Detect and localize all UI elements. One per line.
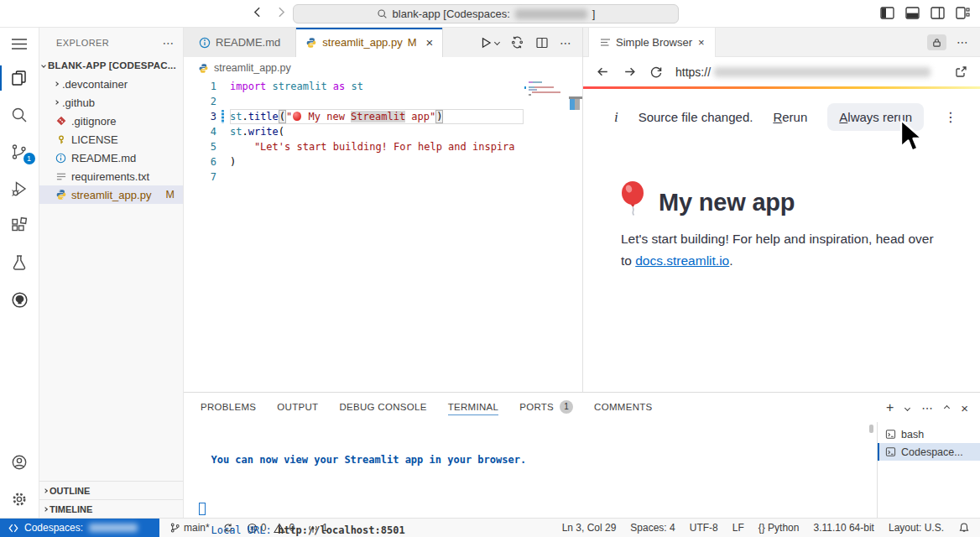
tree-item-gitignore[interactable]: .gitignore — [39, 112, 183, 130]
menu-icon[interactable] — [0, 28, 39, 60]
close-icon[interactable]: × — [426, 35, 434, 50]
explorer-more-icon[interactable]: ⋯ — [163, 36, 175, 50]
history-forward-icon[interactable] — [274, 5, 289, 19]
terminal-item-bash[interactable]: bash — [878, 425, 980, 443]
terminal-list: bash Codespace... — [877, 422, 980, 518]
timeline-section[interactable]: TIMELINE — [39, 499, 183, 518]
minimap[interactable] — [524, 79, 582, 392]
tree-item-license[interactable]: LICENSE — [39, 130, 183, 149]
search-icon — [377, 8, 388, 19]
search-text-suffix: ] — [592, 8, 596, 20]
browser-toolbar: https:// — [583, 57, 980, 86]
eol-item[interactable]: LF — [732, 522, 744, 534]
breadcrumb[interactable]: streamlit_app.py — [184, 57, 582, 79]
search-view-icon[interactable] — [0, 96, 39, 133]
streamlit-menu-icon[interactable]: ⋮ — [944, 109, 958, 125]
line-number: 5 — [184, 139, 216, 154]
chevron-down-icon[interactable] — [904, 404, 910, 410]
editor-group: README.md streamlit_app.py M × — [184, 28, 582, 392]
tab-debug-console[interactable]: DEBUG CONSOLE — [339, 393, 426, 420]
encoding-item[interactable]: UTF-8 — [690, 522, 718, 534]
customize-layout-icon[interactable] — [956, 7, 970, 19]
tab-readme[interactable]: README.md — [184, 28, 296, 57]
browser-reload-icon[interactable] — [649, 65, 663, 79]
toggle-panel-icon[interactable] — [905, 7, 920, 19]
chevron-up-icon[interactable] — [944, 404, 950, 410]
tab-terminal[interactable]: TERMINAL — [448, 393, 499, 420]
testing-flask-icon[interactable] — [0, 244, 39, 281]
run-debug-icon[interactable] — [0, 170, 39, 207]
tab-comments[interactable]: COMMENTS — [594, 393, 652, 420]
tree-item-streamlit-app[interactable]: streamlit_app.py M — [39, 185, 183, 204]
python-file-icon — [198, 63, 209, 74]
code-line[interactable]: 7 — [184, 169, 582, 185]
redacted-codespace-name — [89, 524, 138, 532]
explorer-icon[interactable] — [0, 60, 39, 96]
history-back-icon[interactable] — [250, 5, 264, 19]
new-terminal-icon[interactable]: + — [886, 400, 894, 415]
tree-item-github[interactable]: .github — [39, 93, 183, 112]
editor-more-icon[interactable]: ⋯ — [560, 36, 571, 50]
tree-item-requirements[interactable]: requirements.txt — [39, 167, 183, 185]
browser-back-icon[interactable] — [596, 65, 610, 79]
docs-streamlit-link[interactable]: docs.streamlit.io — [635, 253, 729, 268]
scm-changes-badge: 1 — [23, 153, 35, 164]
settings-gear-icon[interactable] — [0, 481, 39, 518]
code-line[interactable]: 5 "Let's start building! For help and in… — [184, 139, 582, 154]
code-line[interactable]: 2 — [184, 94, 582, 109]
code-line[interactable]: 6) — [184, 154, 582, 169]
code-line[interactable]: 3st.title(" My new Streamlit app") — [184, 109, 582, 124]
gutter-modified-marker — [216, 109, 230, 124]
tree-item-devcontainer[interactable]: .devcontainer — [39, 75, 183, 93]
open-external-icon[interactable] — [954, 65, 967, 79]
terminal-item-codespace[interactable]: Codespace... — [878, 443, 980, 461]
cursor-position-item[interactable]: Ln 3, Col 29 — [562, 522, 617, 534]
tab-simple-browser[interactable]: Simple Browser × — [588, 28, 716, 57]
remote-indicator[interactable]: Codespaces: — [0, 519, 159, 537]
run-python-file-button[interactable] — [479, 36, 499, 50]
panel-more-icon[interactable]: ⋯ — [921, 401, 933, 414]
tab-problems[interactable]: PROBLEMS — [201, 393, 256, 420]
line-number: 6 — [184, 154, 216, 169]
browser-more-icon[interactable]: ⋯ — [946, 35, 980, 49]
terminal-scrollbar[interactable] — [869, 425, 873, 433]
url-bar[interactable]: https:// — [675, 65, 930, 79]
app-heading: My new app — [621, 181, 795, 216]
code-line[interactable]: 1import streamlit as st — [184, 79, 582, 94]
browser-forward-icon[interactable] — [623, 65, 637, 79]
github-icon[interactable] — [0, 281, 39, 318]
tab-streamlit-app[interactable]: streamlit_app.py M × — [296, 28, 443, 57]
terminal-icon — [885, 446, 896, 457]
close-panel-icon[interactable]: × — [961, 401, 968, 415]
git-file-icon — [55, 116, 67, 126]
mouse-cursor — [899, 118, 925, 156]
keyboard-layout-item[interactable]: Layout: U.S. — [889, 522, 944, 534]
language-mode-item[interactable]: {} Python — [758, 522, 800, 534]
lock-button[interactable] — [927, 34, 946, 50]
command-center-search[interactable]: blank-app [Codespaces: ] — [293, 4, 679, 23]
tree-item-readme[interactable]: README.md — [39, 149, 183, 167]
rerun-button[interactable]: Rerun — [773, 110, 807, 124]
chevron-right-icon — [43, 507, 48, 512]
close-icon[interactable]: × — [698, 36, 705, 49]
info-file-icon — [55, 153, 67, 164]
notifications-bell-icon[interactable] — [958, 522, 970, 534]
tab-ports[interactable]: PORTS 1 — [519, 393, 573, 420]
tab-output[interactable]: OUTPUT — [277, 393, 318, 420]
python-version-item[interactable]: 3.11.10 64-bit — [813, 522, 874, 534]
account-icon[interactable] — [0, 444, 39, 481]
toggle-sidebar-icon[interactable] — [880, 7, 894, 19]
code-line[interactable]: 4st.write( — [184, 124, 582, 139]
indentation-item[interactable]: Spaces: 4 — [630, 522, 675, 534]
outline-section[interactable]: OUTLINE — [39, 481, 183, 499]
code-editor[interactable]: 1import streamlit as st23st.title(" My n… — [184, 79, 582, 392]
compare-changes-icon[interactable] — [510, 35, 524, 50]
split-editor-icon[interactable] — [535, 36, 549, 50]
extensions-icon[interactable] — [0, 207, 39, 244]
toggle-secondary-sidebar-icon[interactable] — [930, 7, 945, 19]
code-text: st.title(" My new Streamlit app") — [230, 109, 524, 124]
workspace-root[interactable]: BLANK-APP [CODESPAC... — [39, 56, 183, 75]
source-control-icon[interactable]: 1 — [0, 133, 39, 170]
terminal-output[interactable]: You can now view your Streamlit app in y… — [199, 430, 526, 537]
terminal-ready-line: You can now view your Streamlit app in y… — [211, 454, 526, 466]
